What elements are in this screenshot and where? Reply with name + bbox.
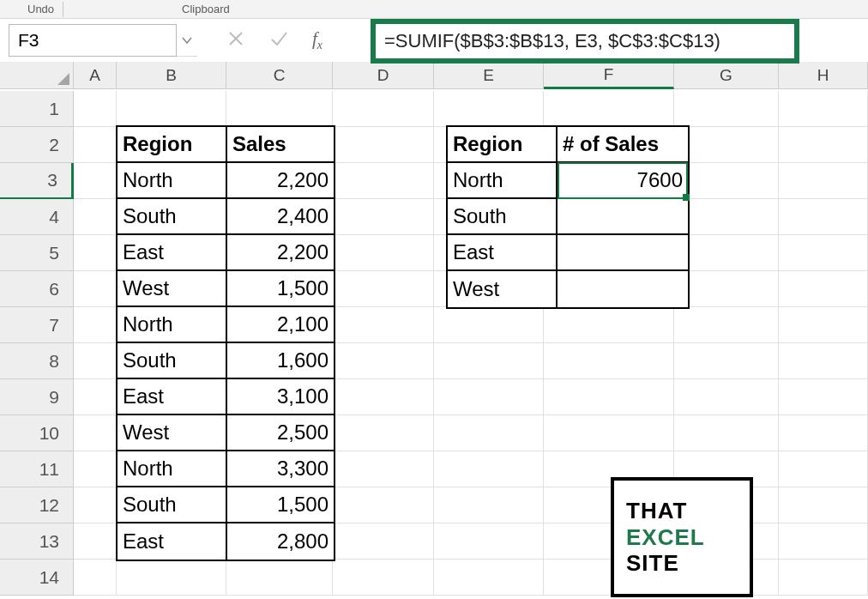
table1-cell[interactable]: 2,200 [227, 235, 334, 271]
row-header-8[interactable]: 8 [0, 343, 74, 379]
table1-cell[interactable]: East [118, 523, 227, 560]
grid-cell[interactable] [333, 91, 434, 127]
select-all-corner[interactable] [0, 62, 74, 89]
row-header-1[interactable]: 1 [0, 91, 74, 127]
grid-cell[interactable] [226, 560, 333, 596]
grid-cell[interactable] [544, 379, 674, 415]
table1-cell[interactable]: West [118, 271, 227, 307]
grid-cell[interactable] [434, 487, 544, 523]
col-header-a[interactable]: A [74, 62, 117, 89]
grid-cell[interactable] [74, 487, 117, 523]
table1-cell[interactable]: North [118, 163, 227, 199]
grid-cell[interactable] [117, 91, 226, 127]
grid-cell[interactable] [779, 379, 868, 415]
table2-cell[interactable]: 7600 [558, 163, 688, 199]
table2-cell[interactable]: South [448, 199, 558, 235]
table1-cell[interactable]: 3,100 [227, 379, 334, 415]
grid-cell[interactable] [333, 560, 434, 596]
grid-cell[interactable] [333, 271, 434, 307]
grid-cell[interactable] [434, 560, 544, 596]
cancel-formula-button[interactable] [226, 29, 245, 51]
grid-cell[interactable] [779, 523, 868, 560]
grid-cell[interactable] [674, 127, 779, 163]
col-header-c[interactable]: C [226, 62, 333, 89]
row-header-10[interactable]: 10 [0, 415, 74, 451]
row-header-11[interactable]: 11 [0, 451, 74, 487]
grid-cell[interactable] [333, 307, 434, 343]
grid-cell[interactable] [434, 343, 544, 379]
grid-cell[interactable] [674, 415, 779, 451]
table1-cell[interactable]: 2,400 [227, 199, 334, 235]
grid-cell[interactable] [779, 343, 868, 379]
table1-cell[interactable]: East [118, 235, 227, 271]
grid-cell[interactable] [779, 487, 868, 523]
formula-input[interactable] [377, 27, 798, 58]
col-header-f[interactable]: F [544, 62, 674, 89]
grid-cell[interactable] [544, 307, 674, 343]
fx-button[interactable]: fx [312, 28, 322, 52]
name-box[interactable]: F3 [9, 24, 177, 57]
table1-cell[interactable]: East [118, 379, 227, 415]
grid-cell[interactable] [333, 199, 434, 235]
grid-cell[interactable] [333, 415, 434, 451]
col-header-g[interactable]: G [674, 62, 779, 89]
table1-cell[interactable]: North [118, 307, 227, 343]
grid-cell[interactable] [674, 91, 779, 127]
table2-cell[interactable] [558, 271, 688, 307]
grid-cell[interactable] [333, 343, 434, 379]
row-header-12[interactable]: 12 [0, 487, 74, 523]
table1-cell[interactable]: South [118, 487, 227, 523]
table1-cell[interactable]: 2,200 [227, 163, 334, 199]
grid-cell[interactable] [779, 451, 868, 487]
grid-cell[interactable] [333, 451, 434, 487]
table1-cell[interactable]: 2,800 [227, 523, 334, 560]
table1-cell[interactable]: South [118, 199, 227, 235]
table2-cell[interactable]: West [448, 271, 558, 307]
table2-cell[interactable]: North [448, 163, 558, 199]
grid-cell[interactable] [117, 560, 226, 596]
grid-cell[interactable] [779, 199, 868, 235]
row-header-14[interactable]: 14 [0, 560, 74, 596]
grid-cell[interactable] [779, 163, 868, 199]
col-header-e[interactable]: E [434, 62, 544, 89]
table1-cell[interactable]: North [118, 451, 227, 487]
grid-cell[interactable] [779, 235, 868, 271]
grid-cell[interactable] [333, 487, 434, 523]
grid-cell[interactable] [779, 415, 868, 451]
table2-cell[interactable] [558, 199, 688, 235]
grid-cell[interactable] [674, 379, 779, 415]
grid-cell[interactable] [779, 307, 868, 343]
grid-cell[interactable] [674, 343, 779, 379]
table2-cell[interactable]: East [448, 235, 558, 271]
grid-cell[interactable] [779, 127, 868, 163]
grid-cell[interactable] [333, 523, 434, 560]
grid-cell[interactable] [674, 163, 779, 199]
table1-cell[interactable]: 3,300 [227, 451, 334, 487]
grid-cell[interactable] [779, 91, 868, 127]
undo-label[interactable]: Undo [0, 3, 54, 15]
table1-cell[interactable]: 2,500 [227, 415, 334, 451]
grid-cell[interactable] [674, 307, 779, 343]
grid-cell[interactable] [226, 91, 333, 127]
table1-cell[interactable]: 1,500 [227, 487, 334, 523]
table1-cell[interactable]: 1,500 [227, 271, 334, 307]
spreadsheet-grid[interactable]: A B C D E F G H 1234567891011121314 Regi… [0, 62, 868, 596]
grid-cell[interactable] [74, 560, 117, 596]
table2-cell[interactable] [558, 235, 688, 271]
grid-cell[interactable] [74, 523, 117, 560]
grid-cell[interactable] [544, 91, 674, 127]
grid-cell[interactable] [333, 127, 434, 163]
row-header-9[interactable]: 9 [0, 379, 74, 415]
grid-cell[interactable] [74, 307, 117, 343]
grid-cell[interactable] [74, 91, 117, 127]
grid-cell[interactable] [434, 379, 544, 415]
grid-cell[interactable] [74, 199, 117, 235]
grid-cell[interactable] [74, 451, 117, 487]
grid-cell[interactable] [434, 451, 544, 487]
table1-cell[interactable]: West [118, 415, 227, 451]
grid-cell[interactable] [333, 235, 434, 271]
grid-cell[interactable] [544, 415, 674, 451]
grid-cell[interactable] [74, 343, 117, 379]
grid-cell[interactable] [74, 235, 117, 271]
grid-cell[interactable] [74, 163, 117, 199]
